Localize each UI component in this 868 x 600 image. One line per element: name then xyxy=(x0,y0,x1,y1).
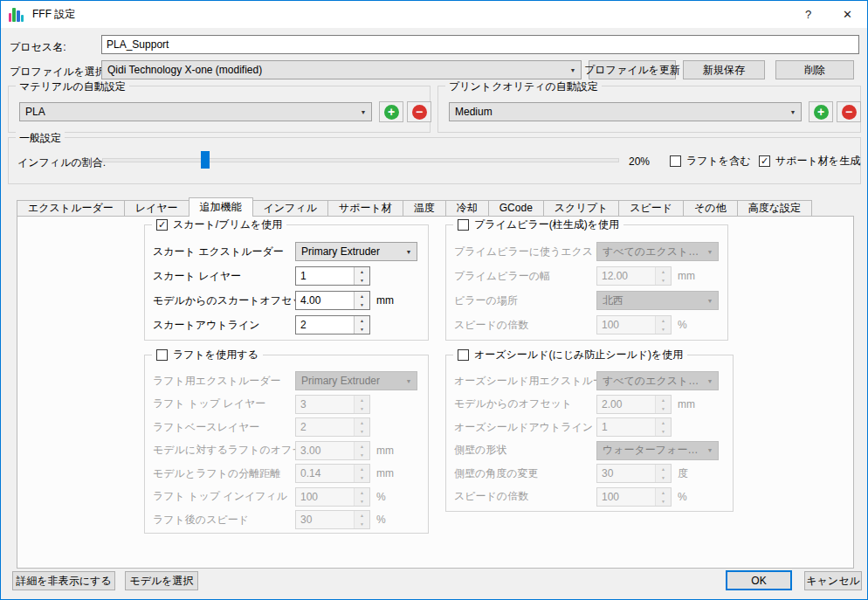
minus-icon: − xyxy=(412,105,427,120)
setting-label: モデルとラフトの分離距離 xyxy=(153,466,295,481)
group-title: プライムピラー(柱生成)を使用 xyxy=(474,217,619,232)
unit-label: mm xyxy=(376,467,394,479)
tab-scripts[interactable]: スクリプト xyxy=(544,200,619,217)
setting-row: スカート レイヤー1▲▼ xyxy=(153,264,424,288)
close-button[interactable]: ✕ xyxy=(828,1,867,28)
skirt-extruder-combo[interactable]: Primary Extruder▼ xyxy=(295,242,417,261)
setting-label: ラフト後のスピード xyxy=(153,513,295,528)
spin-down-icon: ▼ xyxy=(656,427,671,436)
tab-cooling[interactable]: 冷却 xyxy=(446,200,489,217)
tab-infill[interactable]: インフィル xyxy=(253,200,328,217)
material-add-button[interactable]: + xyxy=(379,101,403,122)
skirt-offset-spinner[interactable]: 4.00▲▼ xyxy=(295,291,370,310)
generate-support-option[interactable]: サポート材を生成 xyxy=(759,154,860,169)
ooze-use-checkbox[interactable] xyxy=(458,349,469,361)
infill-slider[interactable] xyxy=(102,151,619,169)
setting-label: スカートアウトライン xyxy=(153,318,295,333)
tab-additions[interactable]: 追加機能 xyxy=(189,197,253,217)
raft-base-layers-spinner: 2▲▼ xyxy=(295,417,370,437)
prime-pillar-group: プライムピラー(柱生成)を使用プライムピラーに使うエクストルーダーすべてのエクス… xyxy=(445,224,728,341)
raft-top-infill-spinner: 100▲▼ xyxy=(295,487,370,507)
raft-offset-spinner: 3.00▲▼ xyxy=(295,441,370,460)
chevron-down-icon: ▼ xyxy=(702,298,718,304)
spin-up-icon: ▲ xyxy=(656,316,671,325)
spin-down-icon[interactable]: ▼ xyxy=(355,300,369,309)
select-models-button[interactable]: モデルを選択 xyxy=(125,571,198,590)
spin-down-icon: ▼ xyxy=(656,276,671,285)
generate-support-checkbox[interactable] xyxy=(759,155,770,167)
titlebar-buttons: ? ✕ xyxy=(789,1,867,28)
setting-label: ラフト トップ インイフィル xyxy=(153,489,295,504)
skirt-outlines-spinner[interactable]: 2▲▼ xyxy=(295,315,370,334)
tab-gcode[interactable]: GCode xyxy=(489,200,544,217)
skirt-brim-group: スカート/ブリムを使用スカート エクストルーダーPrimary Extruder… xyxy=(144,224,429,341)
spin-down-icon: ▼ xyxy=(355,497,369,506)
spin-up-icon[interactable]: ▲ xyxy=(355,316,369,325)
update-profile-button[interactable]: プロファイルを更新 xyxy=(589,60,676,79)
process-name-label: プロセス名: xyxy=(10,40,65,55)
unit-label: mm xyxy=(376,294,394,307)
quality-add-button[interactable]: + xyxy=(809,101,833,122)
tab-speed[interactable]: スピード xyxy=(619,200,684,217)
spin-up-icon: ▲ xyxy=(656,465,671,473)
skirt-layers-spinner[interactable]: 1▲▼ xyxy=(295,266,370,286)
spin-down-icon[interactable]: ▼ xyxy=(355,276,369,285)
plus-icon: + xyxy=(814,105,829,120)
setting-label: モデルに対するラフトのオフセット xyxy=(153,443,295,458)
spin-down-icon: ▼ xyxy=(355,451,369,459)
setting-label: モデルからのオフセット xyxy=(454,397,596,411)
prime-use-checkbox[interactable] xyxy=(458,219,469,231)
infill-percentage-label: インフィルの割合: xyxy=(17,155,106,170)
material-remove-button[interactable]: − xyxy=(407,101,431,122)
infill-slider-handle[interactable] xyxy=(201,151,210,169)
save-new-button[interactable]: 新規保存 xyxy=(683,60,765,79)
ok-button[interactable]: OK xyxy=(726,570,792,590)
spin-up-icon[interactable]: ▲ xyxy=(355,292,369,300)
quality-group: プリントクオリティの自動設定 Medium ▼ + − xyxy=(437,86,861,133)
unit-label: mm xyxy=(376,445,394,457)
ooze-sidewall-angle-spinner: 30▲▼ xyxy=(596,464,672,483)
spin-down-icon: ▼ xyxy=(355,427,369,436)
setting-label: スカート レイヤー xyxy=(153,269,295,284)
setting-row: オーズシールド用エクストルーダーすべてのエクストルーダー▼ xyxy=(454,369,728,393)
chevron-down-icon: ▼ xyxy=(401,249,417,255)
include-raft-checkbox[interactable] xyxy=(670,155,681,167)
title-bar: FFF 設定 ? ✕ xyxy=(1,1,867,28)
app-icon xyxy=(9,8,24,22)
group-title: スカート/ブリムを使用 xyxy=(173,217,282,232)
tab-advanced[interactable]: 高度な設定 xyxy=(738,200,812,217)
skirt-use-checkbox[interactable] xyxy=(156,219,168,231)
cancel-button[interactable]: キャンセル xyxy=(804,571,862,590)
infill-value: 20% xyxy=(629,155,650,168)
prime-pillar-width-spinner: 12.00▲▼ xyxy=(596,266,672,286)
hide-details-button[interactable]: 詳細を非表示にする xyxy=(12,571,115,590)
setting-row: モデルからのスカートオフセット距離4.00▲▼mm xyxy=(153,288,424,313)
include-raft-option[interactable]: ラフトを含む xyxy=(670,154,750,169)
profile-select[interactable]: Qidi Technology X-one (modified) ▼ xyxy=(101,60,582,79)
spin-down-icon[interactable]: ▼ xyxy=(355,325,369,334)
tab-layer[interactable]: レイヤー xyxy=(125,200,189,217)
ooze-outlines-spinner: 1▲▼ xyxy=(596,417,672,437)
help-button[interactable]: ? xyxy=(789,1,828,28)
tab-extruder[interactable]: エクストルーダー xyxy=(17,200,125,217)
delete-button[interactable]: 削除 xyxy=(775,60,854,79)
tab-panel-additions: スカート/ブリムを使用スカート エクストルーダーPrimary Extruder… xyxy=(17,216,854,569)
ooze-sidewall-shape-combo: ウォーターフォール型▼ xyxy=(596,441,719,460)
spin-up-icon[interactable]: ▲ xyxy=(355,267,369,276)
spin-down-icon: ▼ xyxy=(656,404,671,413)
raft-use-checkbox[interactable] xyxy=(156,349,168,361)
spin-up-icon: ▲ xyxy=(656,267,671,276)
material-select[interactable]: PLA ▼ xyxy=(19,102,372,121)
setting-label: ラフト トップ レイヤー xyxy=(153,397,295,411)
tab-other[interactable]: その他 xyxy=(684,200,738,217)
quality-remove-button[interactable]: − xyxy=(837,101,861,122)
setting-row: ラフトベースレイヤー2▲▼ xyxy=(153,416,424,439)
spin-up-icon: ▲ xyxy=(656,396,671,404)
tab-temperature[interactable]: 温度 xyxy=(403,200,446,217)
setting-row: スカートアウトライン2▲▼ xyxy=(153,313,424,337)
process-name-input[interactable] xyxy=(101,35,859,54)
ooze-extruder-combo: すべてのエクストルーダー▼ xyxy=(596,371,719,390)
tab-support[interactable]: サポート材 xyxy=(328,200,403,217)
quality-select[interactable]: Medium ▼ xyxy=(449,102,802,121)
setting-label: ラフト用エクストルーダー xyxy=(153,374,295,389)
